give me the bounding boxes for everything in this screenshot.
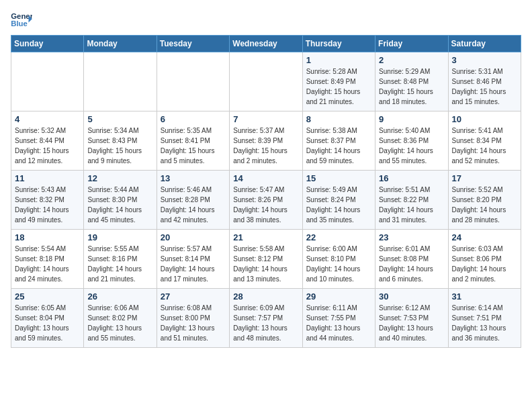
day-info: Sunrise: 5:35 AM Sunset: 8:41 PM Dayligh… <box>161 126 226 166</box>
calendar-cell: 25Sunrise: 6:05 AM Sunset: 8:04 PM Dayli… <box>11 289 84 348</box>
calendar-cell: 6Sunrise: 5:35 AM Sunset: 8:41 PM Daylig… <box>157 111 229 171</box>
day-number: 2 <box>379 55 444 65</box>
day-number: 17 <box>452 173 517 183</box>
day-number: 19 <box>87 232 152 242</box>
calendar-cell: 28Sunrise: 6:09 AM Sunset: 7:57 PM Dayli… <box>230 289 302 348</box>
day-info: Sunrise: 5:32 AM Sunset: 8:44 PM Dayligh… <box>15 126 80 166</box>
calendar-week-row: 11Sunrise: 5:43 AM Sunset: 8:32 PM Dayli… <box>11 171 521 230</box>
calendar-cell: 7Sunrise: 5:37 AM Sunset: 8:39 PM Daylig… <box>230 111 302 171</box>
day-info: Sunrise: 6:12 AM Sunset: 7:53 PM Dayligh… <box>379 303 444 343</box>
calendar-cell: 31Sunrise: 6:14 AM Sunset: 7:51 PM Dayli… <box>448 289 521 348</box>
calendar-cell: 29Sunrise: 6:11 AM Sunset: 7:55 PM Dayli… <box>302 289 375 348</box>
day-info: Sunrise: 6:11 AM Sunset: 7:55 PM Dayligh… <box>306 303 371 343</box>
day-info: Sunrise: 6:14 AM Sunset: 7:51 PM Dayligh… <box>452 303 517 343</box>
calendar-cell: 22Sunrise: 6:00 AM Sunset: 8:10 PM Dayli… <box>302 230 375 289</box>
calendar-cell: 23Sunrise: 6:01 AM Sunset: 8:08 PM Dayli… <box>375 230 448 289</box>
day-info: Sunrise: 6:03 AM Sunset: 8:06 PM Dayligh… <box>452 244 517 284</box>
day-number: 28 <box>233 291 298 302</box>
calendar-week-row: 4Sunrise: 5:32 AM Sunset: 8:44 PM Daylig… <box>11 111 521 171</box>
day-info: Sunrise: 5:28 AM Sunset: 8:49 PM Dayligh… <box>306 66 371 107</box>
calendar-cell: 21Sunrise: 5:58 AM Sunset: 8:12 PM Dayli… <box>230 230 302 289</box>
weekday-header-monday: Monday <box>84 36 157 52</box>
day-info: Sunrise: 6:08 AM Sunset: 8:00 PM Dayligh… <box>161 303 226 343</box>
day-info: Sunrise: 5:37 AM Sunset: 8:39 PM Dayligh… <box>233 126 298 166</box>
calendar-cell <box>84 52 157 111</box>
calendar-cell: 11Sunrise: 5:43 AM Sunset: 8:32 PM Dayli… <box>11 171 84 230</box>
day-info: Sunrise: 5:47 AM Sunset: 8:26 PM Dayligh… <box>233 185 298 225</box>
calendar-cell: 15Sunrise: 5:49 AM Sunset: 8:24 PM Dayli… <box>302 171 375 230</box>
page-header: General Blue <box>11 11 521 30</box>
day-info: Sunrise: 6:06 AM Sunset: 8:02 PM Dayligh… <box>87 303 152 343</box>
day-number: 6 <box>161 114 226 124</box>
day-number: 7 <box>233 114 298 124</box>
calendar-cell: 12Sunrise: 5:44 AM Sunset: 8:30 PM Dayli… <box>84 171 157 230</box>
day-number: 9 <box>379 114 444 124</box>
weekday-header-sunday: Sunday <box>11 36 84 52</box>
day-info: Sunrise: 5:54 AM Sunset: 8:18 PM Dayligh… <box>15 244 80 284</box>
calendar-week-row: 25Sunrise: 6:05 AM Sunset: 8:04 PM Dayli… <box>11 289 521 348</box>
calendar-cell <box>230 52 302 111</box>
day-info: Sunrise: 5:41 AM Sunset: 8:34 PM Dayligh… <box>452 126 517 166</box>
day-number: 3 <box>452 55 517 65</box>
calendar-cell: 16Sunrise: 5:51 AM Sunset: 8:22 PM Dayli… <box>375 171 448 230</box>
day-number: 14 <box>233 173 298 183</box>
day-info: Sunrise: 5:52 AM Sunset: 8:20 PM Dayligh… <box>452 185 517 225</box>
day-info: Sunrise: 5:55 AM Sunset: 8:16 PM Dayligh… <box>87 244 152 284</box>
day-info: Sunrise: 6:01 AM Sunset: 8:08 PM Dayligh… <box>379 244 444 284</box>
day-info: Sunrise: 5:40 AM Sunset: 8:36 PM Dayligh… <box>379 126 444 166</box>
calendar-cell: 9Sunrise: 5:40 AM Sunset: 8:36 PM Daylig… <box>375 111 448 171</box>
day-info: Sunrise: 5:43 AM Sunset: 8:32 PM Dayligh… <box>15 185 80 225</box>
calendar-cell: 18Sunrise: 5:54 AM Sunset: 8:18 PM Dayli… <box>11 230 84 289</box>
day-number: 22 <box>306 232 371 242</box>
day-number: 30 <box>379 291 444 302</box>
day-number: 1 <box>306 55 371 65</box>
day-info: Sunrise: 6:05 AM Sunset: 8:04 PM Dayligh… <box>15 303 80 343</box>
day-number: 21 <box>233 232 298 242</box>
logo-icon: General Blue <box>11 11 32 30</box>
day-info: Sunrise: 5:31 AM Sunset: 8:46 PM Dayligh… <box>452 66 517 107</box>
day-number: 8 <box>306 114 371 124</box>
calendar-week-row: 1Sunrise: 5:28 AM Sunset: 8:49 PM Daylig… <box>11 52 521 111</box>
weekday-header-row: SundayMondayTuesdayWednesdayThursdayFrid… <box>11 36 521 52</box>
day-number: 24 <box>452 232 517 242</box>
weekday-header-friday: Friday <box>375 36 448 52</box>
day-info: Sunrise: 5:51 AM Sunset: 8:22 PM Dayligh… <box>379 185 444 225</box>
day-number: 23 <box>379 232 444 242</box>
calendar-cell: 24Sunrise: 6:03 AM Sunset: 8:06 PM Dayli… <box>448 230 521 289</box>
day-number: 10 <box>452 114 517 124</box>
calendar-cell: 19Sunrise: 5:55 AM Sunset: 8:16 PM Dayli… <box>84 230 157 289</box>
calendar-cell: 17Sunrise: 5:52 AM Sunset: 8:20 PM Dayli… <box>448 171 521 230</box>
day-number: 16 <box>379 173 444 183</box>
calendar-table: SundayMondayTuesdayWednesdayThursdayFrid… <box>11 35 521 348</box>
logo: General Blue <box>11 11 32 30</box>
calendar-cell: 8Sunrise: 5:38 AM Sunset: 8:37 PM Daylig… <box>302 111 375 171</box>
calendar-cell: 20Sunrise: 5:57 AM Sunset: 8:14 PM Dayli… <box>157 230 229 289</box>
calendar-cell: 1Sunrise: 5:28 AM Sunset: 8:49 PM Daylig… <box>302 52 375 111</box>
weekday-header-wednesday: Wednesday <box>230 36 302 52</box>
calendar-cell: 2Sunrise: 5:29 AM Sunset: 8:48 PM Daylig… <box>375 52 448 111</box>
day-info: Sunrise: 5:34 AM Sunset: 8:43 PM Dayligh… <box>87 126 152 166</box>
day-info: Sunrise: 5:29 AM Sunset: 8:48 PM Dayligh… <box>379 66 444 107</box>
calendar-cell: 26Sunrise: 6:06 AM Sunset: 8:02 PM Dayli… <box>84 289 157 348</box>
weekday-header-saturday: Saturday <box>448 36 521 52</box>
calendar-cell: 3Sunrise: 5:31 AM Sunset: 8:46 PM Daylig… <box>448 52 521 111</box>
day-number: 18 <box>15 232 80 242</box>
calendar-week-row: 18Sunrise: 5:54 AM Sunset: 8:18 PM Dayli… <box>11 230 521 289</box>
calendar-cell: 14Sunrise: 5:47 AM Sunset: 8:26 PM Dayli… <box>230 171 302 230</box>
day-info: Sunrise: 5:57 AM Sunset: 8:14 PM Dayligh… <box>161 244 226 284</box>
calendar-cell <box>11 52 84 111</box>
calendar-cell: 4Sunrise: 5:32 AM Sunset: 8:44 PM Daylig… <box>11 111 84 171</box>
day-number: 13 <box>161 173 226 183</box>
calendar-cell <box>157 52 229 111</box>
weekday-header-tuesday: Tuesday <box>157 36 229 52</box>
calendar-cell: 30Sunrise: 6:12 AM Sunset: 7:53 PM Dayli… <box>375 289 448 348</box>
day-number: 4 <box>15 114 80 124</box>
day-number: 5 <box>87 114 152 124</box>
day-number: 20 <box>161 232 226 242</box>
calendar-cell: 5Sunrise: 5:34 AM Sunset: 8:43 PM Daylig… <box>84 111 157 171</box>
day-number: 26 <box>87 291 152 302</box>
day-number: 27 <box>161 291 226 302</box>
day-info: Sunrise: 5:49 AM Sunset: 8:24 PM Dayligh… <box>306 185 371 225</box>
day-number: 25 <box>15 291 80 302</box>
day-number: 29 <box>306 291 371 302</box>
